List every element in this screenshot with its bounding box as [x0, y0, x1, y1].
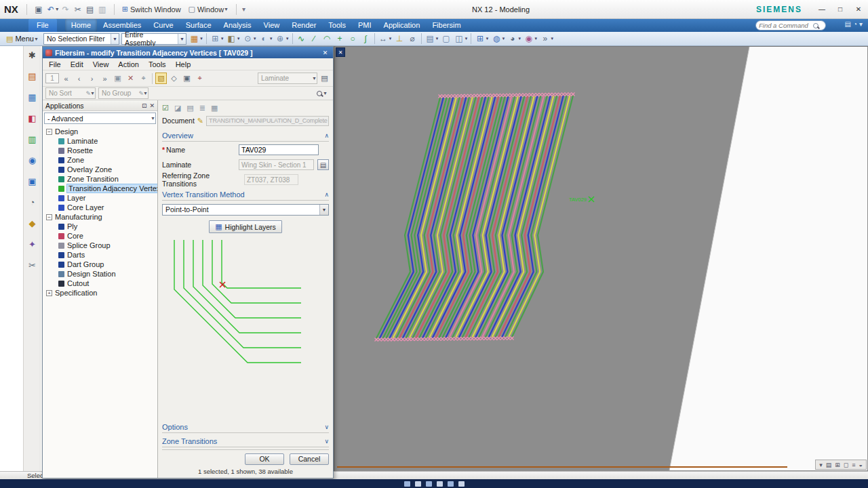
taskbar-app-icon-1[interactable] — [415, 481, 421, 487]
window-menu-button[interactable]: ▢ Window ▼ — [186, 5, 231, 14]
options-section-header[interactable]: Options ∨ — [162, 421, 329, 433]
snips-icon[interactable]: ✂ — [26, 259, 39, 271]
close-panel-icon[interactable]: ✕ — [149, 102, 155, 109]
tree-expander-icon[interactable]: − — [46, 129, 52, 135]
tab-view[interactable]: View — [258, 19, 286, 32]
chevron-down-icon[interactable]: ▼ — [485, 37, 489, 41]
mini-tray-icon-0[interactable]: ▾ — [819, 462, 823, 468]
constraint-navigator-icon[interactable]: ▦ — [26, 91, 39, 103]
tree-item-dart-group[interactable]: Dart Group — [43, 260, 157, 269]
tab-render[interactable]: Render — [285, 19, 322, 32]
maximize-button[interactable]: □ — [835, 4, 846, 15]
form-view-icon[interactable]: ▤ — [319, 73, 330, 84]
web-browser-icon[interactable]: ▣ — [26, 175, 39, 187]
minimize-button[interactable]: — — [816, 4, 827, 15]
copy-icon[interactable]: ▤ — [84, 3, 96, 16]
next-record-icon[interactable]: › — [86, 73, 98, 84]
group-dropdown[interactable]: No Group ✎ ▼ — [98, 87, 149, 99]
circle-icon[interactable]: ○ — [347, 33, 359, 45]
tree-item-transition-adjacency-vertex[interactable]: Transition Adjacency Vertex — [43, 184, 157, 193]
mode-dropdown[interactable]: - Advanced ▼ — [44, 113, 156, 124]
render-style-icon[interactable]: ◕ — [507, 33, 518, 45]
history-icon[interactable]: ◔ — [26, 196, 39, 208]
point-icon[interactable]: + — [334, 33, 346, 45]
tab-analysis[interactable]: Analysis — [218, 19, 258, 32]
chevron-down-icon[interactable]: ▼ — [465, 37, 469, 41]
process-studio-icon[interactable]: ◆ — [26, 217, 39, 229]
chevron-down-icon[interactable]: ▼ — [285, 37, 290, 41]
dialog-menu-action[interactable]: Action — [113, 60, 144, 68]
edit-pencil-icon[interactable]: ✎ — [197, 117, 203, 125]
tree-item-core-layer[interactable]: Core Layer — [43, 203, 157, 212]
spline-icon[interactable]: ∫ — [360, 33, 372, 45]
wizards-icon[interactable]: ✦ — [26, 238, 39, 250]
tab-home[interactable]: Home — [65, 19, 97, 32]
chevron-down-icon[interactable]: ▼ — [269, 37, 273, 41]
assembly-navigator-icon[interactable]: ▤ — [26, 70, 39, 82]
delete-record-icon[interactable]: ✕ — [125, 73, 136, 84]
tree-item-zone[interactable]: Zone — [43, 155, 157, 165]
tree-expander-icon[interactable]: − — [46, 214, 52, 220]
tree-group-manufacturing[interactable]: −Manufacturing — [43, 212, 157, 222]
laminate-filter-dropdown[interactable]: Laminate▼ — [258, 73, 317, 84]
cancel-button[interactable]: Cancel — [290, 453, 329, 465]
measure-icon[interactable]: ⌀ — [407, 33, 418, 45]
dialog-menu-tools[interactable]: Tools — [144, 60, 171, 68]
prev-record-icon[interactable]: ‹ — [73, 73, 85, 84]
mini-tray-icon-1[interactable]: ▤ — [826, 462, 832, 468]
tree-item-rosette[interactable]: Rosette — [43, 146, 157, 155]
rapid-dimension-icon[interactable]: ↔ — [378, 33, 389, 45]
pattern-feature-icon[interactable]: ▤ — [425, 33, 436, 45]
wireframe-view-icon[interactable]: ◇ — [168, 73, 180, 84]
view-orient-icon[interactable]: ◍ — [490, 33, 502, 45]
note-icon[interactable]: ▤ — [186, 104, 193, 113]
list-view-icon[interactable]: ≣ — [199, 104, 205, 113]
find-command-box[interactable] — [755, 20, 826, 30]
tree-item-core[interactable]: Core — [43, 231, 157, 241]
tree-item-layer[interactable]: Layer — [43, 193, 157, 203]
dialog-close-icon[interactable]: ✕ — [320, 48, 330, 57]
mini-tray-icon-5[interactable]: ◒ — [859, 462, 863, 468]
first-record-icon[interactable]: « — [60, 73, 72, 84]
customize-quick-access-icon[interactable]: ▾ — [242, 5, 245, 13]
vertex-method-section-header[interactable]: Vertex Transition Method ∧ — [162, 188, 329, 201]
canvas-close-tab[interactable]: ✕ — [336, 47, 345, 57]
line-icon[interactable]: ∕ — [309, 33, 320, 45]
view-mini-toolbar[interactable]: ▾▤⊞◻≡◒ — [815, 460, 867, 470]
menu-button[interactable]: ▤ Menu ▼ — [3, 33, 41, 45]
highlight-icon[interactable]: ◪ — [174, 104, 181, 113]
reuse-library-icon[interactable]: ▥ — [26, 133, 39, 145]
datum-plane-icon[interactable]: ⊞ — [210, 33, 221, 45]
mini-tray-icon-2[interactable]: ⊞ — [835, 462, 840, 468]
window-layout-icon[interactable]: ⊞ — [474, 33, 486, 45]
chevron-down-icon[interactable]: ▼ — [534, 37, 538, 41]
chevron-down-icon[interactable]: ▼ — [220, 37, 224, 41]
paste-icon[interactable]: ▥ — [96, 3, 108, 16]
os-taskbar[interactable] — [0, 479, 868, 488]
tab-file[interactable]: File — [28, 19, 57, 32]
last-record-icon[interactable]: » — [99, 73, 111, 84]
tree-expander-icon[interactable]: + — [46, 290, 52, 296]
part-navigator-icon[interactable]: ◧ — [26, 112, 39, 124]
dialog-title-bar[interactable]: Fibersim - modify Transition Adjacency V… — [43, 47, 333, 58]
tab-pmi[interactable]: PMI — [352, 19, 378, 32]
profile-icon[interactable]: ∿ — [296, 33, 307, 45]
palette-icon[interactable]: ◉ — [523, 33, 534, 45]
selection-scope-dropdown[interactable]: Entire Assembly ▼ — [121, 33, 186, 45]
switch-window-button[interactable]: ⊞ Switch Window — [120, 5, 183, 14]
cut-icon[interactable]: ✂ — [72, 3, 84, 16]
select-all-checkbox-icon[interactable]: ☑ — [162, 104, 169, 113]
dialog-menu-help[interactable]: Help — [171, 60, 196, 68]
name-input[interactable] — [239, 144, 319, 155]
command-list-icon[interactable]: ▤ — [844, 20, 850, 28]
chevron-down-icon[interactable]: ▼ — [389, 37, 393, 41]
chevron-down-icon[interactable]: ▼ — [435, 37, 439, 41]
tab-fibersim[interactable]: Fibersim — [426, 19, 467, 32]
overview-section-header[interactable]: Overview ∧ — [162, 129, 329, 142]
tab-application[interactable]: Application — [378, 19, 427, 32]
save-icon[interactable]: ▣ — [33, 3, 45, 16]
undock-panel-icon[interactable]: ⊡ — [142, 102, 147, 109]
unite-icon[interactable]: ⊕ — [275, 33, 286, 45]
tree-group-specification[interactable]: +Specification — [43, 288, 157, 298]
laminate-browse-button[interactable]: ▤ — [317, 159, 329, 170]
